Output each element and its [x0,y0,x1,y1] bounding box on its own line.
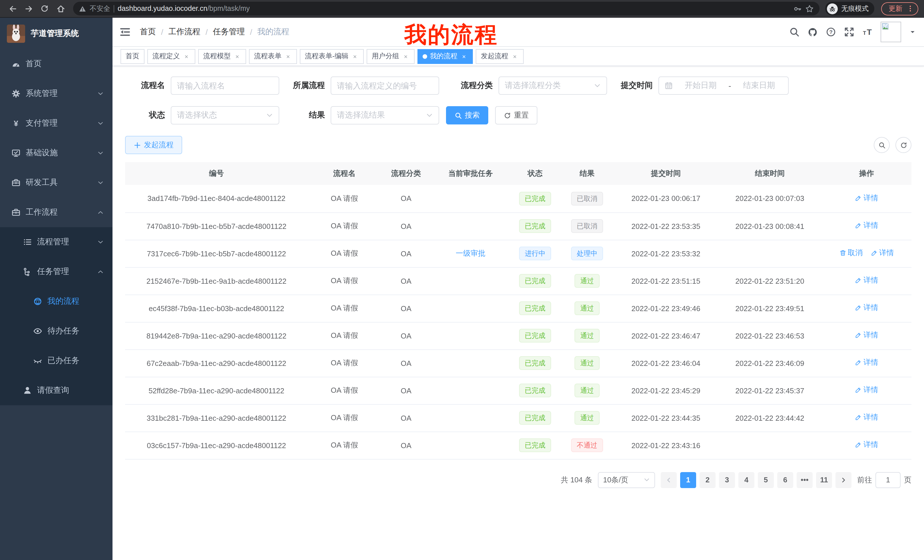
close-tab-icon[interactable]: × [183,52,190,60]
action-detail-link[interactable]: 详情 [855,275,878,285]
sidebar-item-3[interactable]: 基础设施 [0,138,112,168]
sidebar-item-1[interactable]: 系统管理 [0,79,112,108]
sidebar-item-2[interactable]: ¥支付管理 [0,108,112,138]
breadcrumb-item-1[interactable]: 工作流程 [168,27,201,37]
search-icon[interactable] [789,27,800,37]
key-icon[interactable] [793,4,802,13]
reset-button[interactable]: 重置 [495,106,537,124]
sidebar-item-6[interactable]: 流程管理 [0,227,112,257]
page-button-6[interactable]: 6 [777,472,793,488]
tab-3[interactable]: 流程表单× [249,49,297,64]
action-detail-link[interactable]: 详情 [855,357,878,368]
table-search-button[interactable] [874,137,890,153]
tab-6[interactable]: 我的流程× [417,49,473,64]
forward-icon[interactable] [22,2,35,15]
prev-page-button[interactable] [661,472,677,488]
status-select[interactable]: 请选择状态 [171,106,279,124]
page-size-select[interactable]: 10条/页 [598,472,655,488]
parent-process-input[interactable] [337,81,433,90]
action-detail-link[interactable]: 详情 [855,302,878,313]
reload-icon[interactable] [38,2,51,15]
filter-label-category: 流程分类 [453,81,493,91]
close-tab-icon[interactable]: × [284,52,292,60]
sidebar-item-0[interactable]: 首页 [0,49,112,79]
breadcrumb-item-0[interactable]: 首页 [140,27,156,37]
page-button-1[interactable]: 1 [680,472,696,488]
sidebar-item-10[interactable]: 已办任务 [0,346,112,376]
chevron-down-icon [97,179,104,186]
sidebar-item-9[interactable]: 待办任务 [0,316,112,346]
start-process-button[interactable]: 发起流程 [125,136,182,154]
update-button[interactable]: 更新 [881,2,918,15]
help-icon[interactable]: ? [826,27,836,37]
tab-0[interactable]: 首页 [120,49,144,64]
action-detail-link[interactable]: 详情 [855,385,878,395]
sidebar-item-11[interactable]: 请假查询 [0,376,112,405]
fullscreen-icon[interactable] [844,27,854,37]
screen: 不安全 dashboard.yudao.iocoder.cn/bpm/task/… [0,0,924,560]
action-label: 详情 [864,193,878,203]
font-size-icon[interactable]: TT [862,27,873,37]
action-detail-link[interactable]: 详情 [855,220,878,231]
action-detail-link[interactable]: 详情 [855,440,878,450]
breadcrumb-item-2[interactable]: 任务管理 [213,27,245,37]
sidebar-item-5[interactable]: 工作流程 [0,198,112,227]
close-tab-icon[interactable]: × [511,52,519,60]
app-logo[interactable]: 芋道管理系统 [0,18,112,49]
submit-time-range-picker[interactable]: 开始日期 - 结束日期 [658,76,789,95]
tab-strip: 首页流程定义×流程模型×流程表单×流程表单-编辑×用户分组×我的流程×发起流程× [112,47,924,66]
logo-image [7,24,25,42]
page-button-11[interactable]: 11 [816,472,832,488]
browser-menu-dots-icon[interactable] [906,4,914,13]
tab-7[interactable]: 发起流程× [476,49,524,64]
avatar-caret-icon[interactable] [909,28,916,35]
home-icon[interactable] [54,2,68,15]
tab-1[interactable]: 流程定义× [147,49,195,64]
sidebar-item-8[interactable]: 我的流程 [0,287,112,316]
next-page-button[interactable] [836,472,852,488]
table-refresh-button[interactable] [896,137,911,153]
tab-2[interactable]: 流程模型× [198,49,246,64]
close-tab-icon[interactable]: × [402,52,410,60]
close-tab-icon[interactable]: × [351,52,358,60]
sidebar-item-4[interactable]: 研发工具 [0,168,112,198]
column-header-7: 结束时间 [718,162,822,185]
cell-actions: 详情 [822,431,911,459]
page-button-5[interactable]: 5 [758,472,774,488]
page-content: 流程名 所属流程 流程分类 请选择流程分类 提交时间 [112,66,924,560]
more-pages-button[interactable]: ••• [796,472,813,488]
tab-4[interactable]: 流程表单-编辑× [300,49,364,64]
cell-current-task[interactable]: 一级审批 [431,240,510,267]
action-detail-link[interactable]: 详情 [855,412,878,422]
pager: 123456•••11 [661,472,852,488]
process-name-input[interactable] [177,81,273,90]
action-detail-link[interactable]: 详情 [871,248,894,258]
search-button[interactable]: 搜索 [446,106,488,124]
goto-page-input[interactable] [876,472,901,488]
action-cancel-link[interactable]: 取消 [839,248,862,258]
tab-5[interactable]: 用户分组× [367,49,415,64]
page-button-2[interactable]: 2 [700,472,716,488]
page-button-4[interactable]: 4 [738,472,754,488]
action-detail-link[interactable]: 详情 [855,193,878,203]
category-select[interactable]: 请选择流程分类 [498,76,607,95]
url-bar[interactable]: 不安全 dashboard.yudao.iocoder.cn/bpm/task/… [73,2,819,15]
action-label: 详情 [864,440,878,450]
chevron-down-icon [97,120,104,127]
star-icon[interactable] [805,4,814,13]
hamburger-icon[interactable] [119,26,131,38]
page-button-3[interactable]: 3 [719,472,735,488]
cell-current-task [431,295,510,322]
cell-id: 3ad174fb-7b9d-11ec-8404-acde48001122 [125,185,308,213]
sidebar-item-7[interactable]: 任务管理 [0,257,112,287]
github-icon[interactable] [807,27,818,37]
avatar[interactable] [880,22,901,42]
close-tab-icon[interactable]: × [234,52,241,60]
back-icon[interactable] [6,2,20,15]
action-detail-link[interactable]: 详情 [855,330,878,340]
close-tab-icon[interactable]: × [460,52,468,60]
chevron-down-icon [97,239,104,246]
cell-result: 已取消 [560,185,614,213]
result-select[interactable]: 请选择流结果 [331,106,439,124]
cell-end-time: 2022-01-22 23:46:09 [718,349,822,377]
